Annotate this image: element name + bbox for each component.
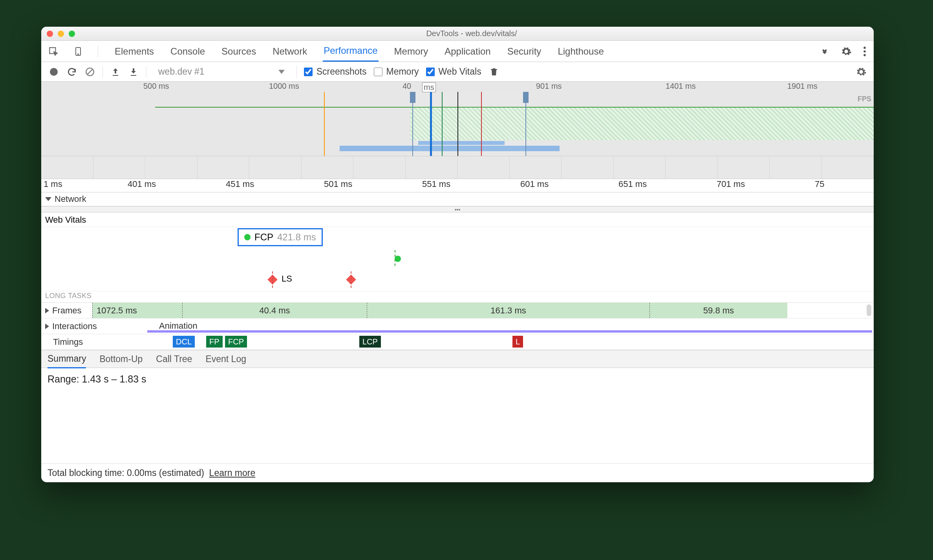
- tab-security[interactable]: Security: [507, 41, 542, 62]
- memory-checkbox[interactable]: Memory: [374, 66, 419, 77]
- svg-point-6: [50, 68, 58, 76]
- devtools-window: DevTools - web.dev/vitals/ Elements Cons…: [41, 27, 874, 482]
- frame-bar[interactable]: 161.3 ms: [367, 303, 650, 318]
- overview-selection[interactable]: [412, 92, 526, 156]
- tab-lighthouse[interactable]: Lighthouse: [557, 41, 604, 62]
- web-vitals-label: Web Vitals: [41, 212, 874, 227]
- learn-more-link[interactable]: Learn more: [209, 468, 256, 478]
- zoom-icon[interactable]: [69, 31, 75, 37]
- close-icon[interactable]: [47, 31, 53, 37]
- overview-ticks: 500 ms 1000 ms 40 ms 901 ms 1401 ms 1901…: [41, 82, 874, 92]
- tab-summary[interactable]: Summary: [48, 353, 86, 368]
- ls-label: LS: [282, 274, 292, 284]
- frames-track[interactable]: Frames 1072.5 ms 40.4 ms 161.3 ms 59.8 m…: [41, 303, 874, 318]
- record-icon[interactable]: [48, 66, 59, 77]
- tbt-text: Total blocking time: 0.00ms (estimated): [48, 468, 204, 478]
- tab-call-tree[interactable]: Call Tree: [156, 354, 192, 364]
- svg-point-5: [863, 54, 866, 56]
- scrollbar-thumb[interactable]: [867, 304, 871, 316]
- selection-handle-left[interactable]: [410, 92, 415, 103]
- device-icon[interactable]: [73, 46, 83, 57]
- svg-point-2: [78, 54, 79, 55]
- selection-handle-right[interactable]: [523, 92, 529, 103]
- tab-console[interactable]: Console: [170, 41, 206, 62]
- tab-elements[interactable]: Elements: [114, 41, 155, 62]
- summary-range: Range: 1.43 s – 1.83 s: [41, 368, 874, 390]
- animation-label: Animation: [159, 321, 198, 331]
- tab-network[interactable]: Network: [272, 41, 308, 62]
- screenshots-input[interactable]: [304, 68, 313, 76]
- timings-track[interactable]: Timings DCLFPFCPLCPL: [41, 334, 874, 350]
- timing-dcl[interactable]: DCL: [173, 336, 195, 348]
- more-tabs-icon[interactable]: [820, 48, 830, 55]
- upload-icon[interactable]: [110, 66, 121, 77]
- webvitals-input[interactable]: [426, 68, 435, 76]
- performance-toolbar: web.dev #1 Screenshots Memory Web Vitals: [41, 62, 874, 82]
- titlebar: DevTools - web.dev/vitals/: [41, 27, 874, 41]
- timing-fcp[interactable]: FCP: [225, 336, 247, 348]
- collapsed-divider[interactable]: •••: [41, 206, 874, 212]
- tab-event-log[interactable]: Event Log: [205, 354, 246, 364]
- tab-memory[interactable]: Memory: [393, 41, 429, 62]
- footer: Total blocking time: 0.00ms (estimated) …: [41, 463, 874, 482]
- window-title: DevTools - web.dev/vitals/: [75, 29, 868, 38]
- kebab-icon[interactable]: [863, 46, 867, 57]
- screenshots-checkbox[interactable]: Screenshots: [304, 66, 367, 77]
- svg-point-4: [863, 50, 866, 53]
- reload-icon[interactable]: [66, 66, 77, 77]
- vital-green-dot-icon[interactable]: [395, 256, 401, 262]
- animation-bar[interactable]: [147, 330, 872, 333]
- tab-application[interactable]: Application: [444, 41, 491, 62]
- gear-icon[interactable]: [841, 46, 852, 57]
- clear-icon[interactable]: [84, 66, 95, 77]
- network-track[interactable]: Network: [41, 192, 874, 206]
- timing-l[interactable]: L: [512, 336, 523, 348]
- disclosure-icon[interactable]: [45, 197, 51, 201]
- frame-bar[interactable]: 40.4 ms: [183, 303, 367, 318]
- tab-sources[interactable]: Sources: [221, 41, 257, 62]
- time-ruler[interactable]: 1 ms 401 ms 451 ms 501 ms 551 ms 601 ms …: [41, 179, 874, 192]
- profile-label: web.dev #1: [158, 66, 205, 77]
- fcp-dot-icon: [244, 234, 251, 240]
- tab-bottom-up[interactable]: Bottom-Up: [99, 354, 143, 364]
- timing-lcp[interactable]: LCP: [359, 336, 381, 348]
- filmstrip[interactable]: [41, 156, 874, 179]
- fcp-name: FCP: [254, 232, 273, 243]
- settings-gear-icon[interactable]: [856, 66, 867, 77]
- download-icon[interactable]: [128, 66, 139, 77]
- svg-point-3: [863, 46, 866, 49]
- timeline-overview[interactable]: 500 ms 1000 ms 40 ms 901 ms 1401 ms 1901…: [41, 82, 874, 156]
- inspect-icon[interactable]: [48, 46, 59, 57]
- long-tasks-label: LONG TASKS: [45, 292, 91, 300]
- panel-tabs: Elements Console Sources Network Perform…: [41, 41, 874, 62]
- profile-select[interactable]: web.dev #1: [154, 66, 289, 78]
- frame-bar[interactable]: 1072.5 ms: [92, 303, 183, 318]
- timing-fp[interactable]: FP: [206, 336, 223, 348]
- disclosure-icon[interactable]: [45, 308, 49, 313]
- interactions-track[interactable]: Interactions Animation: [41, 318, 874, 334]
- ms-unit: ms: [422, 82, 436, 92]
- tab-performance[interactable]: Performance: [323, 41, 378, 62]
- minimize-icon[interactable]: [58, 31, 64, 37]
- memory-input[interactable]: [374, 68, 382, 76]
- disclosure-icon[interactable]: [45, 324, 49, 329]
- traffic-lights: [47, 31, 75, 37]
- fcp-callout[interactable]: FCP 421.8 ms: [238, 228, 323, 246]
- trash-icon[interactable]: [488, 66, 499, 77]
- web-vitals-section: Web Vitals FCP 421.8 ms LS LONG TASKS: [41, 212, 874, 303]
- details-tabs: Summary Bottom-Up Call Tree Event Log: [41, 350, 874, 368]
- frame-bar[interactable]: 59.8 ms: [650, 303, 787, 318]
- webvitals-checkbox[interactable]: Web Vitals: [426, 66, 481, 77]
- fcp-value: 421.8 ms: [277, 232, 316, 243]
